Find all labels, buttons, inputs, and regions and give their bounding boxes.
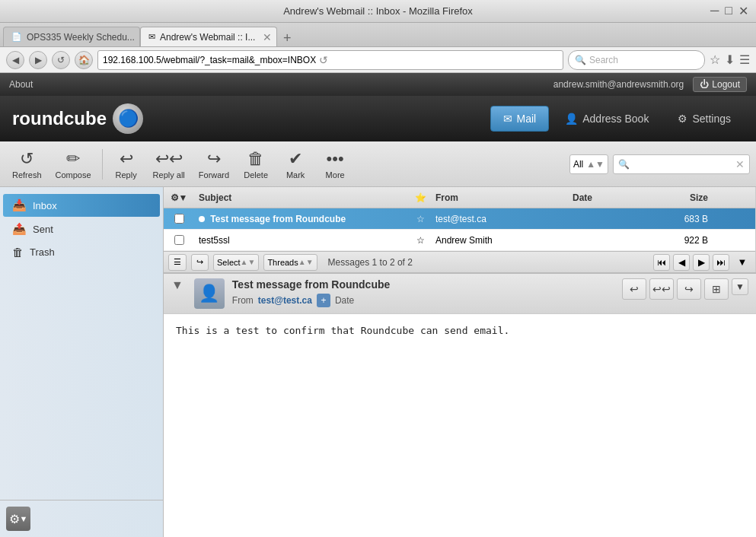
column-date[interactable]: Date: [568, 192, 659, 203]
select-label: Select: [217, 258, 241, 267]
sidebar-settings-button[interactable]: ⚙ ▼: [6, 507, 30, 531]
message-avatar: 👤: [194, 278, 225, 309]
email-1-size: 683 B: [659, 214, 713, 224]
url-bar[interactable]: 192.168.100.5/webmail/?_task=mail&_mbox=…: [97, 50, 563, 70]
refresh-button[interactable]: ↺ Refresh: [6, 144, 48, 185]
column-from[interactable]: From: [431, 192, 568, 203]
list-view-button[interactable]: ☰: [168, 254, 187, 271]
message-more-button[interactable]: ⊞: [704, 278, 729, 300]
sent-icon: 📤: [12, 222, 27, 236]
message-reply-button[interactable]: ↩: [622, 278, 646, 300]
message-forward-icon: ↪: [684, 283, 694, 295]
mark-label: Mark: [286, 170, 305, 180]
prev-page-button[interactable]: ◀: [673, 254, 690, 271]
reading-pane: ▼ 👤 Test message from Roundcube From tes…: [164, 272, 756, 537]
nav-mail[interactable]: ✉ Mail: [490, 106, 550, 132]
pane-expand-button[interactable]: ▼: [734, 254, 751, 271]
close-icon[interactable]: ✕: [738, 4, 748, 18]
tab-label-webmail: Andrew's Webmail :: I...: [160, 32, 255, 43]
sidebar-trash-label: Trash: [30, 246, 55, 258]
tab-ops335[interactable]: 📄 OPS335 Weekly Schedu... ✕: [3, 27, 140, 46]
app-logo: roundcube 🔵: [12, 103, 143, 134]
message-reply-all-button[interactable]: ↩↩: [649, 278, 674, 300]
browser-tabs: 📄 OPS335 Weekly Schedu... ✕ ✉ Andrew's W…: [0, 23, 756, 47]
email-1-star[interactable]: ☆: [410, 214, 431, 224]
message-count: Messages 1 to 2 of 2: [328, 257, 413, 268]
compose-button[interactable]: ✏ Compose: [49, 144, 97, 185]
email-2-checkbox[interactable]: [164, 235, 194, 245]
email-search-clear[interactable]: ✕: [735, 158, 745, 170]
thread-view-button[interactable]: ↪: [191, 254, 209, 271]
url-refresh-icon[interactable]: ↺: [319, 54, 328, 66]
email-search-box[interactable]: 🔍 ✕: [613, 154, 750, 174]
email-2-check-input[interactable]: [174, 235, 184, 245]
add-contact-button[interactable]: +: [317, 294, 330, 307]
compose-icon: ✏: [66, 149, 80, 169]
from-email: test@test.ca: [258, 295, 312, 306]
about-link[interactable]: About: [9, 79, 33, 90]
reload-button[interactable]: ↺: [52, 51, 70, 69]
mark-icon: ✔: [289, 149, 302, 169]
reply-all-button[interactable]: ↩↩ Reply all: [147, 144, 191, 185]
select-dropdown[interactable]: Select ▲▼: [213, 254, 259, 271]
sidebar-item-trash[interactable]: 🗑 Trash: [3, 241, 160, 263]
column-options-icon[interactable]: ⚙▼: [171, 192, 188, 203]
tab-webmail[interactable]: ✉ Andrew's Webmail :: I... ✕: [140, 27, 277, 46]
app-logo-icon: 🔵: [113, 103, 143, 134]
compose-label: Compose: [56, 170, 91, 180]
window-controls[interactable]: ─ □ ✕: [710, 4, 748, 18]
logout-button[interactable]: ⏻ Logout: [693, 77, 747, 92]
forward-button[interactable]: ↪ Forward: [193, 144, 235, 185]
tab-close-webmail[interactable]: ✕: [263, 31, 272, 43]
nav-addressbook[interactable]: 👤 Address Book: [552, 106, 662, 132]
email-2-star[interactable]: ☆: [410, 235, 431, 246]
collapse-pane-icon[interactable]: ▼: [171, 278, 183, 292]
download-icon[interactable]: ⬇: [725, 52, 735, 67]
forward-button[interactable]: ▶: [29, 51, 47, 69]
browser-search-box[interactable]: 🔍 Search: [568, 50, 705, 70]
topbar-right: andrew.smith@andrewsmith.org ⏻ Logout: [553, 77, 747, 92]
message-expand-button[interactable]: ▼: [732, 278, 748, 295]
email-1-checkbox[interactable]: [164, 214, 194, 224]
bookmark-icon[interactable]: ☆: [710, 52, 720, 67]
filter-select[interactable]: All ▲▼: [569, 154, 608, 174]
mark-button[interactable]: ✔ Mark: [276, 144, 314, 185]
app-nav: ✉ Mail 👤 Address Book ⚙ Settings: [490, 106, 744, 132]
threads-dropdown[interactable]: Threads ▲▼: [263, 254, 317, 271]
new-tab-button[interactable]: +: [277, 30, 298, 46]
urlbar-icons: ☆ ⬇ ☰: [710, 52, 750, 67]
column-subject[interactable]: Subject: [194, 192, 410, 203]
menu-icon[interactable]: ☰: [739, 52, 750, 67]
maximize-icon[interactable]: □: [725, 4, 732, 18]
reply-button[interactable]: ↩ Reply: [107, 144, 145, 185]
email-list-pane: ⚙▼ Subject ⭐ From Date Size Test message…: [164, 187, 756, 272]
delete-button[interactable]: 🗑 Delete: [237, 144, 275, 185]
email-1-subject: Test message from Roundcube: [194, 214, 410, 224]
settings-icon: ⚙: [678, 113, 687, 125]
from-label: From: [232, 295, 254, 306]
home-button[interactable]: 🏠: [75, 51, 93, 69]
first-page-button[interactable]: ⏮: [653, 254, 670, 271]
message-body: This is a test to confirm that Roundcube…: [164, 314, 756, 537]
app-logo-text: roundcube: [12, 108, 107, 129]
sidebar-inbox-label: Inbox: [33, 200, 57, 211]
sidebar-item-sent[interactable]: 📤 Sent: [3, 218, 160, 240]
email-1-check-input[interactable]: [174, 214, 184, 224]
minimize-icon[interactable]: ─: [710, 4, 719, 18]
last-page-button[interactable]: ⏭: [713, 254, 729, 271]
message-header-info: Test message from Roundcube From test@te…: [232, 278, 614, 307]
email-row-2[interactable]: test5ssl ☆ Andrew Smith 922 B: [164, 230, 755, 251]
nav-settings[interactable]: ⚙ Settings: [665, 106, 744, 132]
toolbar: ↺ Refresh ✏ Compose ↩ Reply ↩↩ Reply all…: [0, 141, 756, 187]
column-size[interactable]: Size: [659, 192, 713, 203]
email-search-icon: 🔍: [618, 159, 630, 170]
sidebar-item-inbox[interactable]: 📥 Inbox: [3, 194, 160, 217]
sidebar: 📥 Inbox 📤 Sent 🗑 Trash ⚙ ▼: [0, 187, 164, 537]
tab-favicon-ops335: 📄: [11, 32, 22, 42]
message-forward-button[interactable]: ↪: [677, 278, 701, 300]
next-page-button[interactable]: ▶: [693, 254, 710, 271]
back-button[interactable]: ◀: [6, 51, 24, 69]
more-button[interactable]: ••• More: [316, 144, 354, 185]
reply-icon: ↩: [120, 149, 133, 169]
email-row-1[interactable]: Test message from Roundcube ☆ test@test.…: [164, 208, 755, 230]
